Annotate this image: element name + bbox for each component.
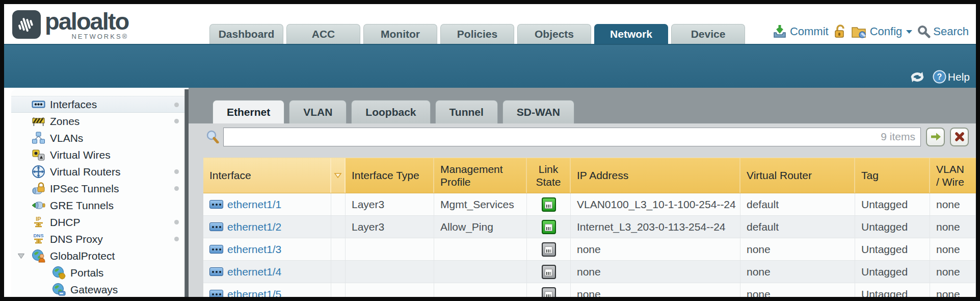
- col-sort-dropdown[interactable]: [331, 158, 346, 193]
- sidebar-item-dot: [174, 169, 179, 174]
- col-header-vlan-wire[interactable]: VLAN / Wire: [930, 158, 976, 193]
- cell-tag: Untagged: [855, 193, 930, 215]
- apply-filter-button[interactable]: [926, 128, 945, 146]
- cell-vlan-wire: none: [930, 193, 976, 215]
- cell-spacer: [331, 193, 346, 215]
- sidebar-item-label: Virtual Wires: [50, 149, 111, 161]
- link-state-icon: [542, 287, 556, 297]
- virtual-wires-icon: [32, 148, 45, 162]
- ethernet-interface-icon: [209, 290, 223, 297]
- col-header-interface-type[interactable]: Interface Type: [346, 158, 434, 193]
- cell-tag: Untagged: [855, 283, 930, 297]
- collapse-triangle-icon[interactable]: [17, 253, 25, 259]
- clear-filter-button[interactable]: [950, 128, 969, 146]
- config-icon: [851, 24, 867, 39]
- search-button[interactable]: Search: [917, 25, 969, 38]
- cell-interface: ethernet1/3: [203, 238, 331, 260]
- link-state-icon: [542, 265, 556, 279]
- sidebar-item-dot: [174, 103, 179, 107]
- cell-link-state: [527, 261, 571, 283]
- sidebar-item-dhcp[interactable]: IP DHCP: [11, 214, 184, 231]
- interface-link[interactable]: ethernet1/5: [227, 288, 281, 297]
- app-inner: paloalto NETWORKS® Dashboard ACC Monitor…: [4, 4, 976, 297]
- sidebar-item-gateways[interactable]: Gateways: [11, 281, 184, 297]
- tab-acc[interactable]: ACC: [286, 24, 360, 44]
- filter-input[interactable]: [229, 131, 877, 143]
- cell-link-state: [527, 238, 571, 260]
- sidebar-splitter[interactable]: [184, 89, 189, 297]
- subtab-loopback[interactable]: Loopback: [351, 100, 430, 123]
- sidebar-item-globalprotect[interactable]: GlobalProtect: [11, 247, 184, 264]
- cell-interface: ethernet1/1: [203, 193, 331, 215]
- tab-objects[interactable]: Objects: [517, 24, 591, 44]
- sidebar-item-gre-tunnels[interactable]: GRE Tunnels: [11, 197, 184, 214]
- col-header-tag[interactable]: Tag: [855, 158, 930, 193]
- col-header-management-profile[interactable]: Management Profile: [434, 158, 527, 193]
- ipsec-tunnels-icon: [32, 182, 45, 195]
- interface-link[interactable]: ethernet1/1: [227, 198, 281, 211]
- sidebar-item-label: Virtual Routers: [50, 166, 121, 178]
- tab-dashboard[interactable]: Dashboard: [209, 24, 283, 44]
- cell-ip-address: Internet_L3_203-0-113-254--24: [571, 216, 740, 238]
- interface-link[interactable]: ethernet1/4: [227, 266, 281, 278]
- ethernet-interface-icon: [209, 245, 223, 254]
- sidebar-item-dns-proxy[interactable]: DNS DNS Proxy: [11, 231, 184, 247]
- cell-interface-type: [346, 283, 434, 297]
- dhcp-icon: IP: [32, 215, 45, 229]
- col-header-virtual-router[interactable]: Virtual Router: [740, 158, 855, 193]
- app-window: paloalto NETWORKS® Dashboard ACC Monitor…: [0, 0, 980, 301]
- help-button[interactable]: ? Help: [933, 70, 970, 84]
- sidebar-item-zones[interactable]: Zones: [11, 113, 184, 130]
- table-row: ethernet1/1 Layer3 Mgmt_Services VLAN010…: [203, 193, 976, 216]
- tab-monitor[interactable]: Monitor: [363, 24, 437, 44]
- col-header-interface[interactable]: Interface: [203, 158, 331, 193]
- subtab-tunnel[interactable]: Tunnel: [435, 100, 498, 123]
- cell-virtual-router: none: [740, 261, 855, 283]
- sidebar-item-virtual-routers[interactable]: Virtual Routers: [11, 163, 184, 180]
- paloalto-logo-text: paloalto NETWORKS®: [45, 8, 128, 40]
- sidebar-item-label: VLANs: [50, 132, 83, 144]
- interface-link[interactable]: ethernet1/2: [227, 221, 281, 233]
- sidebar-item-label: Interfaces: [50, 98, 97, 111]
- interface-link[interactable]: ethernet1/3: [227, 243, 281, 256]
- config-button[interactable]: Config: [851, 24, 913, 39]
- search-icon: [917, 25, 931, 38]
- tab-device[interactable]: Device: [671, 24, 745, 44]
- network-sidebar: Interfaces Zones VLANs: [11, 89, 184, 297]
- sidebar-item-dot: [174, 119, 179, 123]
- sidebar-item-virtual-wires[interactable]: Virtual Wires: [11, 146, 184, 163]
- cell-management-profile: [434, 283, 527, 297]
- sidebar-item-label: IPSec Tunnels: [50, 183, 119, 195]
- sort-triangle-icon: [334, 172, 342, 179]
- soundwave-icon: [15, 13, 38, 36]
- vlans-icon: [32, 131, 45, 145]
- subtab-sdwan[interactable]: SD-WAN: [502, 100, 574, 123]
- arrow-right-icon: [930, 132, 941, 141]
- sidebar-item-interfaces[interactable]: Interfaces: [11, 96, 184, 113]
- sidebar-item-dot: [174, 237, 179, 241]
- chevron-down-icon: [906, 29, 913, 34]
- subtab-vlan[interactable]: VLAN: [289, 100, 347, 123]
- col-header-link-state[interactable]: Link State: [527, 158, 571, 193]
- main-nav: Dashboard ACC Monitor Policies Objects N…: [209, 24, 745, 44]
- cell-management-profile: [434, 238, 527, 260]
- refresh-icon[interactable]: [909, 70, 925, 84]
- cell-spacer: [331, 238, 346, 260]
- sidebar-item-portals[interactable]: Portals: [11, 264, 184, 281]
- subtab-ethernet[interactable]: Ethernet: [213, 100, 284, 123]
- commit-button[interactable]: Commit: [772, 24, 829, 39]
- sidebar-item-ipsec-tunnels[interactable]: IPSec Tunnels: [11, 180, 184, 197]
- cell-link-state: [527, 283, 571, 297]
- lock-button[interactable]: [833, 24, 846, 39]
- sidebar-item-label: GRE Tunnels: [50, 199, 114, 212]
- tab-network[interactable]: Network: [594, 24, 668, 44]
- tab-policies[interactable]: Policies: [440, 24, 514, 44]
- cell-interface-type: [346, 261, 434, 283]
- interfaces-icon: [32, 97, 45, 111]
- table-row: ethernet1/4 none none Untagged none: [203, 261, 976, 283]
- col-header-ip-address[interactable]: IP Address: [571, 158, 740, 193]
- sidebar-item-label: Zones: [50, 115, 80, 128]
- help-icon: ?: [933, 70, 946, 84]
- paloalto-logo-icon: [12, 10, 41, 39]
- sidebar-item-vlans[interactable]: VLANs: [11, 130, 184, 146]
